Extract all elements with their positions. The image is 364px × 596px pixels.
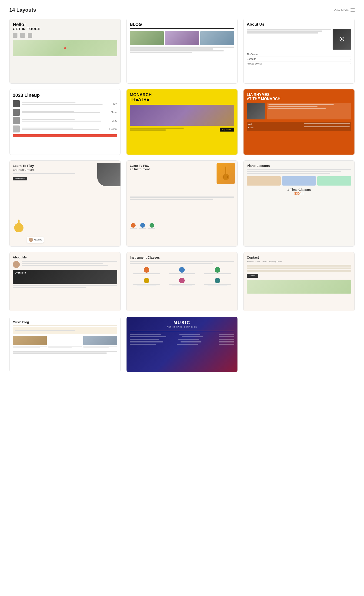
preview-blog-img-3 xyxy=(200,31,234,45)
card-music-venue-events[interactable]: 2023 Lineup Divi Bloom xyxy=(9,89,121,155)
page-title: 14 Layouts xyxy=(9,7,36,13)
preview-blog-title: BLOG xyxy=(130,22,234,29)
svg-rect-0 xyxy=(225,166,226,175)
view-mode-label: View Mode xyxy=(334,8,349,12)
svg-rect-3 xyxy=(227,176,228,178)
card-preview: About Me My Mission xyxy=(9,252,120,311)
class-icon-1 xyxy=(130,267,163,276)
card-music-teacher-classes[interactable]: Instrument Classes xyxy=(126,252,238,311)
preview-lia-img xyxy=(247,103,265,119)
card-music-venue-about[interactable]: About Us The Venue › xyxy=(243,19,355,84)
preview-dj-subtitle: ARTIST NAME COMPOSER xyxy=(130,326,234,328)
mission-label: My Mission xyxy=(13,270,117,276)
card-preview: About Us The Venue › xyxy=(244,19,355,83)
preview-about-text xyxy=(247,29,331,50)
contact-hours: Opening Hours xyxy=(269,261,282,263)
preview-classes-title: Instrument Classes xyxy=(130,256,234,259)
class-price: $30/hr xyxy=(247,192,351,195)
event-name-4: Elegant xyxy=(109,128,117,130)
card-info: Music Venue Contact Page Layout xyxy=(9,83,120,84)
contact-email: Email xyxy=(255,261,260,263)
lia-row2: Bloom xyxy=(248,127,254,129)
preview-monarch-img xyxy=(130,105,234,126)
event-row-4: Elegant xyxy=(13,126,117,133)
preview-about-img xyxy=(333,29,351,50)
preview-address-icon xyxy=(28,33,32,38)
event-row-3: Extra xyxy=(13,117,117,124)
teacher-avatar xyxy=(29,238,33,242)
contact-phone: Phone xyxy=(262,261,267,263)
venue-link-3: Private Events › xyxy=(247,61,351,66)
card-music-teacher-home[interactable]: Learn To Playan Instrument Learn More Ab… xyxy=(9,160,121,246)
preview-ticket-btn: Buy Tickets › xyxy=(220,127,234,132)
preview-contact-map xyxy=(247,280,351,294)
preview-monarch-footer: Buy Tickets › xyxy=(130,127,234,132)
class-icon-3 xyxy=(201,267,234,276)
preview-about-badge: About Me xyxy=(27,237,44,243)
preview-blog-grid xyxy=(130,31,234,45)
event-name-2: Bloom xyxy=(111,111,117,114)
preview-instrument-img xyxy=(217,163,235,184)
card-dj-music[interactable]: MUSIC ARTIST NAME COMPOSER xyxy=(126,317,238,372)
card-preview: LIA RHYMESAT THE MONARCH Divi Bloom xyxy=(244,89,355,155)
card-music-venue-home[interactable]: MONARCHTHEATRE Buy Tickets › Music Venue… xyxy=(126,89,238,155)
preview-hello: Hello! xyxy=(13,22,117,27)
preview-get-in-touch: GET IN TOUCH xyxy=(13,27,117,31)
event-thumb-2 xyxy=(13,109,20,116)
preview-lia-sidebar xyxy=(267,103,351,119)
card-music-teacher-blog[interactable]: Music Blog xyxy=(9,317,121,372)
card-info: Music Teacher Landing Page Layout xyxy=(126,246,238,246)
view-mode-button[interactable]: View Mode xyxy=(334,8,355,12)
icon-item-2 xyxy=(139,223,146,229)
play-icon xyxy=(340,37,344,41)
class-icon-2 xyxy=(165,267,199,276)
grid-view-icon xyxy=(350,8,355,12)
card-preview: Music Blog xyxy=(9,317,120,372)
preview-text-lines xyxy=(130,46,234,53)
contact-address: Address xyxy=(247,261,254,263)
preview-events-footer xyxy=(13,134,117,137)
preview-classes-grid xyxy=(130,267,234,287)
preview-dj-table xyxy=(130,334,234,345)
play-triangle xyxy=(341,38,343,40)
card-preview: Instrument Classes xyxy=(126,252,238,311)
blog-post-3 xyxy=(83,336,117,349)
preview-teacher-about-title: About Me xyxy=(13,256,117,259)
event-text-4 xyxy=(22,127,108,130)
card-info: Music Venue Landing Page Layout xyxy=(244,155,355,155)
card-music-teacher-landing[interactable]: Learn To Playan Instrument xyxy=(126,160,238,246)
preview-venue-links: The Venue › Concerts › Private Events › xyxy=(247,52,351,66)
card-music-teacher-contact[interactable]: Contact Address Email Phone Opening Hour… xyxy=(243,252,355,311)
preview-email-icon xyxy=(20,33,25,38)
card-preview: MONARCHTHEATRE Buy Tickets › xyxy=(126,89,238,155)
preview-icons-row xyxy=(130,223,234,229)
card-info: Music Teacher Blog Page Layout xyxy=(9,372,120,372)
preview-about-title: About Us xyxy=(247,22,351,27)
preview-blog-posts xyxy=(13,336,117,349)
card-music-teacher-class[interactable]: Piano Lessons 1 Time Classes $30/hr Musi… xyxy=(243,160,355,246)
card-preview: Learn To Playan Instrument xyxy=(126,161,238,246)
preview-teacher-guitar-img xyxy=(97,163,120,186)
card-info: DJ Music Page Layout xyxy=(126,372,238,372)
card-music-teacher-about[interactable]: About Me My Mission Music Teacher About … xyxy=(9,252,121,311)
event-text-2 xyxy=(22,111,109,114)
card-preview: 2023 Lineup Divi Bloom xyxy=(9,89,120,155)
event-text-3 xyxy=(22,119,110,122)
preview-about-cols xyxy=(247,29,351,50)
preview-icons-row xyxy=(13,33,117,38)
card-preview: BLOG xyxy=(126,19,238,83)
card-info: Music Teacher Contact Page Layout xyxy=(244,311,355,311)
event-name-1: Divi xyxy=(113,103,117,105)
card-info: Music Teacher Home Page Layout xyxy=(9,246,120,246)
event-thumb-3 xyxy=(13,117,20,124)
preview-contact-info: Address Email Phone Opening Hours xyxy=(247,261,351,263)
lia-row1: Divi xyxy=(248,123,252,126)
preview-guitar-shape xyxy=(14,218,26,232)
card-info: Music Venue Events Page Layout xyxy=(9,155,120,155)
card-info: Music Teacher About Page Layout xyxy=(9,311,120,311)
card-preview: Contact Address Email Phone Opening Hour… xyxy=(244,252,355,311)
card-music-venue-landing[interactable]: LIA RHYMESAT THE MONARCH Divi Bloom xyxy=(243,89,355,155)
preview-dj-divider xyxy=(130,331,234,331)
card-music-venue-blog[interactable]: BLOG Music Venue Blog Page Layout xyxy=(126,19,238,84)
card-music-venue-contact[interactable]: Hello! GET IN TOUCH Music Venue Contact … xyxy=(9,19,121,84)
